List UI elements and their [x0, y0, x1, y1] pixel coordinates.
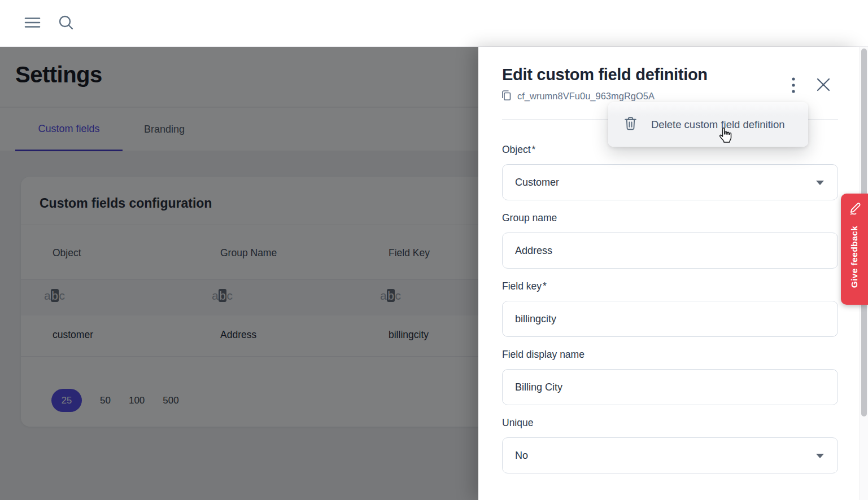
- drawer-title: Edit custom field definition: [502, 65, 708, 84]
- unique-select-value: No: [515, 450, 528, 462]
- kebab-menu-icon: [792, 77, 795, 95]
- field-key-label: Field key*: [502, 280, 547, 292]
- field-display-name-value: Billing City: [515, 381, 562, 393]
- chevron-down-icon: [816, 181, 824, 185]
- group-name-label: Group name: [502, 212, 558, 224]
- field-display-name-input[interactable]: Billing City: [502, 369, 838, 405]
- object-label: Object*: [502, 144, 535, 156]
- top-bar: [0, 0, 868, 47]
- field-key-input[interactable]: billingcity: [502, 301, 838, 337]
- unique-label: Unique: [502, 417, 534, 429]
- copy-icon: [501, 89, 512, 103]
- chevron-down-icon: [816, 454, 824, 458]
- unique-select[interactable]: No: [502, 437, 838, 473]
- required-asterisk: *: [532, 144, 536, 155]
- search-button[interactable]: [56, 14, 76, 33]
- edit-custom-field-drawer: Edit custom field definition cf_wrumn8VF…: [478, 47, 860, 500]
- drawer-actions-menu: Delete custom field definition: [608, 102, 808, 147]
- field-id-row: cf_wrumn8VFu0u_963mgRgO5A: [501, 90, 655, 102]
- custom-field-id: cf_wrumn8VFu0u_963mgRgO5A: [517, 91, 655, 102]
- feedback-label: Give feedback: [849, 226, 860, 288]
- drawer-close-button[interactable]: [814, 76, 832, 94]
- menu-item-delete-custom-field[interactable]: Delete custom field definition: [608, 102, 808, 147]
- hamburger-icon: [24, 16, 41, 31]
- required-asterisk: *: [543, 280, 547, 292]
- object-select-value: Customer: [515, 177, 559, 188]
- copy-id-button[interactable]: [501, 90, 512, 102]
- drawer-actions-menu-button[interactable]: [786, 77, 801, 95]
- field-display-name-label: Field display name: [502, 349, 586, 361]
- search-icon: [58, 15, 74, 32]
- object-select[interactable]: Customer: [502, 164, 838, 200]
- give-feedback-button[interactable]: Give feedback: [841, 194, 868, 305]
- close-icon: [815, 77, 831, 94]
- pencil-icon: [848, 201, 861, 218]
- hamburger-menu-button[interactable]: [23, 14, 42, 33]
- menu-item-label: Delete custom field definition: [651, 119, 785, 131]
- trash-icon: [623, 116, 638, 134]
- field-key-value: billingcity: [515, 313, 556, 325]
- group-name-value: Address: [515, 245, 552, 257]
- group-name-input[interactable]: Address: [502, 233, 838, 269]
